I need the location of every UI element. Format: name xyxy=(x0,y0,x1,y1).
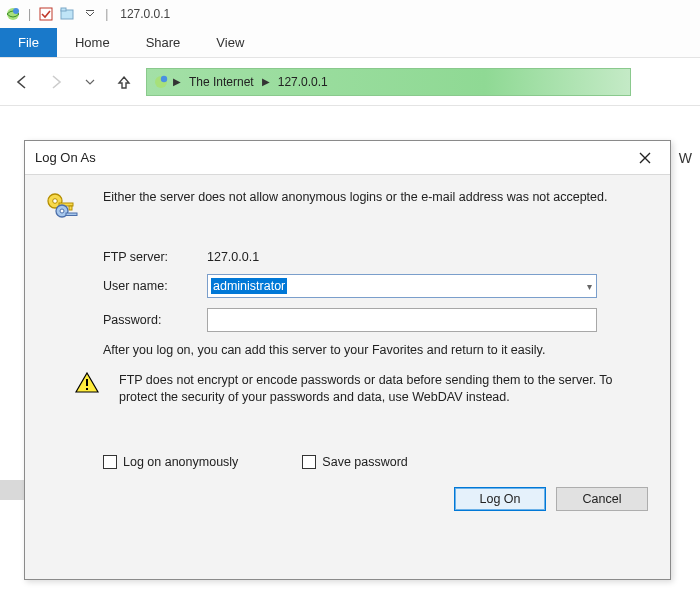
chevron-right-icon[interactable]: ▶ xyxy=(173,76,181,87)
info-text: After you log on, you can add this serve… xyxy=(103,342,654,360)
username-label: User name: xyxy=(103,279,207,293)
nav-pane-fragment xyxy=(0,480,24,500)
svg-rect-2 xyxy=(40,8,52,20)
dialog-title: Log On As xyxy=(35,150,96,165)
dialog-message: Either the server does not allow anonymo… xyxy=(103,189,654,207)
breadcrumb-root[interactable]: The Internet xyxy=(183,75,260,89)
svg-point-13 xyxy=(60,209,64,213)
app-icon xyxy=(4,5,22,23)
navigation-bar: ▶ The Internet ▶ 127.0.0.1 xyxy=(0,58,700,106)
svg-point-9 xyxy=(53,199,58,204)
svg-rect-16 xyxy=(86,388,88,390)
forward-button[interactable] xyxy=(44,70,68,94)
dialog-body: Either the server does not allow anonymo… xyxy=(25,175,670,579)
back-button[interactable] xyxy=(10,70,34,94)
window-titlebar: | | 127.0.0.1 xyxy=(0,0,700,28)
svg-point-7 xyxy=(161,75,167,81)
tab-home[interactable]: Home xyxy=(57,28,128,57)
tab-view[interactable]: View xyxy=(198,28,262,57)
up-button[interactable] xyxy=(112,70,136,94)
close-button[interactable] xyxy=(630,146,660,170)
svg-rect-14 xyxy=(66,213,77,216)
svg-rect-4 xyxy=(61,8,66,11)
anonymous-checkbox-label: Log on anonymously xyxy=(123,455,238,469)
checkbox-box xyxy=(103,455,117,469)
tab-file[interactable]: File xyxy=(0,28,57,57)
cancel-button[interactable]: Cancel xyxy=(556,487,648,511)
separator: | xyxy=(28,7,31,21)
tab-share[interactable]: Share xyxy=(128,28,199,57)
chevron-right-icon[interactable]: ▶ xyxy=(262,76,270,87)
separator: | xyxy=(105,7,108,21)
breadcrumb-current[interactable]: 127.0.0.1 xyxy=(272,75,334,89)
password-label: Password: xyxy=(103,313,207,327)
qat-dropdown-icon[interactable] xyxy=(81,5,99,23)
password-input[interactable] xyxy=(207,308,597,332)
save-password-checkbox[interactable]: Save password xyxy=(302,455,407,469)
new-folder-icon[interactable] xyxy=(59,5,77,23)
truncated-text: W xyxy=(679,150,692,166)
chevron-down-icon[interactable]: ▾ xyxy=(587,281,592,292)
warning-icon xyxy=(75,372,103,397)
svg-rect-5 xyxy=(86,10,94,11)
save-password-checkbox-label: Save password xyxy=(322,455,407,469)
anonymous-checkbox[interactable]: Log on anonymously xyxy=(103,455,238,469)
warning-text: FTP does not encrypt or encode passwords… xyxy=(119,372,654,407)
window-title: 127.0.0.1 xyxy=(120,7,170,21)
svg-point-1 xyxy=(13,8,19,14)
properties-icon[interactable] xyxy=(37,5,55,23)
svg-rect-11 xyxy=(69,206,72,210)
address-bar[interactable]: ▶ The Internet ▶ 127.0.0.1 xyxy=(146,68,631,96)
recent-locations-dropdown-icon[interactable] xyxy=(78,70,102,94)
ftp-server-label: FTP server: xyxy=(103,250,207,264)
keys-icon xyxy=(41,189,85,232)
svg-rect-15 xyxy=(86,379,88,386)
logon-dialog: Log On As Either the server does not all… xyxy=(24,140,671,580)
location-icon xyxy=(151,72,171,92)
username-value: administrator xyxy=(211,278,287,294)
ftp-server-value: 127.0.0.1 xyxy=(207,250,259,264)
dialog-titlebar: Log On As xyxy=(25,141,670,175)
checkbox-box xyxy=(302,455,316,469)
logon-button[interactable]: Log On xyxy=(454,487,546,511)
username-combobox[interactable]: administrator ▾ xyxy=(207,274,597,298)
ribbon-tabs: File Home Share View xyxy=(0,28,700,58)
